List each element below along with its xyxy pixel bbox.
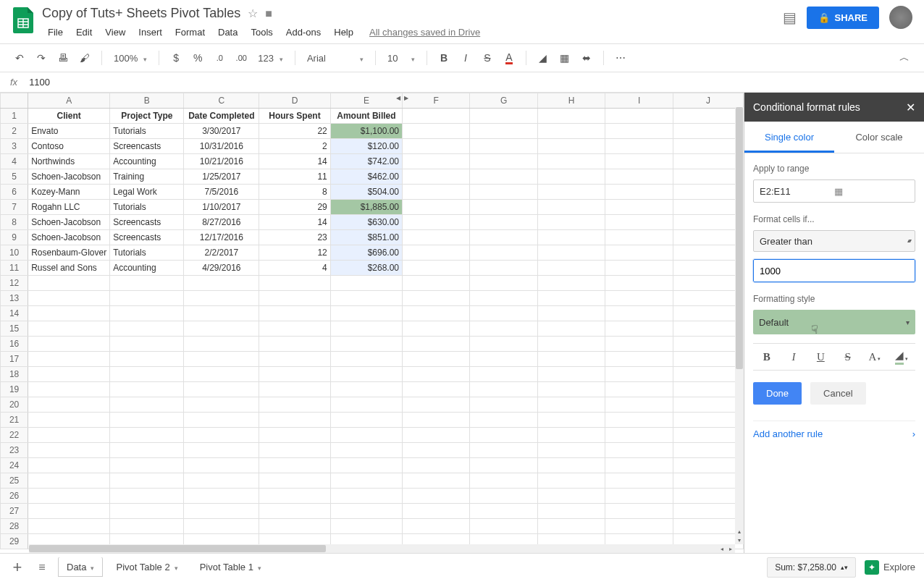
row-header-26[interactable]: 26 xyxy=(1,489,28,504)
cell-F14[interactable] xyxy=(403,306,470,321)
sheet-tab-pivot-table-1[interactable]: Pivot Table 1 xyxy=(191,557,270,577)
cell-A1[interactable]: Client xyxy=(28,109,110,124)
row-header-21[interactable]: 21 xyxy=(1,413,28,428)
cell-G12[interactable] xyxy=(470,276,538,291)
cell-E16[interactable] xyxy=(330,337,402,352)
cell-A21[interactable] xyxy=(28,413,110,428)
cell-I16[interactable] xyxy=(605,337,673,352)
cell-B18[interactable] xyxy=(110,367,184,382)
cell-G16[interactable] xyxy=(470,337,538,352)
cell-D15[interactable] xyxy=(259,321,331,337)
menu-help[interactable]: Help xyxy=(328,24,359,41)
undo-button[interactable]: ↶ xyxy=(10,48,29,67)
cell-A27[interactable] xyxy=(28,504,110,519)
cell-D18[interactable] xyxy=(259,367,331,382)
sheet-tab-pivot-table-2[interactable]: Pivot Table 2 xyxy=(107,557,186,577)
cell-G21[interactable] xyxy=(470,413,538,428)
cell-F5[interactable] xyxy=(403,169,470,185)
cell-B19[interactable] xyxy=(110,382,184,397)
cell-B25[interactable] xyxy=(110,473,184,489)
row-header-25[interactable]: 25 xyxy=(1,473,28,489)
cell-C24[interactable] xyxy=(184,458,259,473)
cell-E12[interactable] xyxy=(330,276,402,291)
cell-D2[interactable]: 22 xyxy=(259,124,331,139)
cancel-button[interactable]: Cancel xyxy=(810,382,865,405)
cell-E9[interactable]: $851.00 xyxy=(330,230,402,245)
row-header-10[interactable]: 10 xyxy=(1,245,28,261)
cell-G18[interactable] xyxy=(470,367,538,382)
style-fill-color-button[interactable]: ◢ xyxy=(889,344,915,370)
cell-B17[interactable] xyxy=(110,352,184,367)
cell-H18[interactable] xyxy=(537,367,605,382)
cell-F28[interactable] xyxy=(403,519,470,534)
format-percent-button[interactable]: % xyxy=(188,48,207,67)
cell-J14[interactable] xyxy=(673,306,743,321)
row-header-8[interactable]: 8 xyxy=(1,215,28,230)
cell-A5[interactable]: Schoen-Jacobson xyxy=(28,169,110,185)
increase-decimal-button[interactable]: .00 xyxy=(232,48,251,67)
cell-B15[interactable] xyxy=(110,321,184,337)
cell-J15[interactable] xyxy=(673,321,743,337)
vertical-scrollbar[interactable]: ▴ ▾ xyxy=(735,107,744,544)
menu-file[interactable]: File xyxy=(42,24,69,41)
cell-G27[interactable] xyxy=(470,504,538,519)
cell-D1[interactable]: Hours Spent xyxy=(259,109,331,124)
cell-I22[interactable] xyxy=(605,428,673,443)
cell-F17[interactable] xyxy=(403,352,470,367)
cell-D8[interactable]: 14 xyxy=(259,215,331,230)
cell-I18[interactable] xyxy=(605,367,673,382)
range-input[interactable]: E2:E11 ▦ xyxy=(753,179,915,203)
cell-C27[interactable] xyxy=(184,504,259,519)
cell-D28[interactable] xyxy=(259,519,331,534)
style-text-color-button[interactable]: A xyxy=(861,344,888,370)
row-header-5[interactable]: 5 xyxy=(1,169,28,185)
cell-G4[interactable] xyxy=(470,154,538,169)
row-header-4[interactable]: 4 xyxy=(1,154,28,169)
row-header-6[interactable]: 6 xyxy=(1,185,28,200)
cell-H2[interactable] xyxy=(537,124,605,139)
cell-A10[interactable]: Rosenbaum-Glover xyxy=(28,245,110,261)
cell-J13[interactable] xyxy=(673,291,743,306)
cell-J22[interactable] xyxy=(673,428,743,443)
cell-H20[interactable] xyxy=(537,397,605,413)
cell-I4[interactable] xyxy=(605,154,673,169)
more-toolbar-button[interactable]: ⋯ xyxy=(611,48,630,67)
cell-I19[interactable] xyxy=(605,382,673,397)
cell-B5[interactable]: Training xyxy=(110,169,184,185)
cell-A20[interactable] xyxy=(28,397,110,413)
cell-C16[interactable] xyxy=(184,337,259,352)
row-header-17[interactable]: 17 xyxy=(1,352,28,367)
menu-format[interactable]: Format xyxy=(169,24,211,41)
cell-J6[interactable] xyxy=(673,185,743,200)
cell-D12[interactable] xyxy=(259,276,331,291)
cell-B10[interactable]: Tutorials xyxy=(110,245,184,261)
cell-D11[interactable]: 4 xyxy=(259,261,331,276)
cell-A7[interactable]: Rogahn LLC xyxy=(28,200,110,215)
cell-E7[interactable]: $1,885.00 xyxy=(330,200,402,215)
cell-F23[interactable] xyxy=(403,443,470,458)
menu-tools[interactable]: Tools xyxy=(245,24,278,41)
cell-J4[interactable] xyxy=(673,154,743,169)
cell-C10[interactable]: 2/2/2017 xyxy=(184,245,259,261)
cell-J27[interactable] xyxy=(673,504,743,519)
cell-D22[interactable] xyxy=(259,428,331,443)
cell-D3[interactable]: 2 xyxy=(259,139,331,154)
cell-B3[interactable]: Screencasts xyxy=(110,139,184,154)
cell-H19[interactable] xyxy=(537,382,605,397)
cell-J24[interactable] xyxy=(673,458,743,473)
condition-value-input[interactable] xyxy=(753,259,915,282)
cell-D16[interactable] xyxy=(259,337,331,352)
cell-B6[interactable]: Legal Work xyxy=(110,185,184,200)
row-header-7[interactable]: 7 xyxy=(1,200,28,215)
cell-B14[interactable] xyxy=(110,306,184,321)
cell-A24[interactable] xyxy=(28,458,110,473)
cell-F7[interactable] xyxy=(403,200,470,215)
decrease-decimal-button[interactable]: .0 xyxy=(210,48,229,67)
cell-F15[interactable] xyxy=(403,321,470,337)
cell-G7[interactable] xyxy=(470,200,538,215)
cell-E24[interactable] xyxy=(330,458,402,473)
cell-F8[interactable] xyxy=(403,215,470,230)
spreadsheet-grid[interactable]: ABCDE◀F▶GHIJ1ClientProject TypeDate Comp… xyxy=(0,93,744,553)
cell-A17[interactable] xyxy=(28,352,110,367)
menu-edit[interactable]: Edit xyxy=(70,24,98,41)
